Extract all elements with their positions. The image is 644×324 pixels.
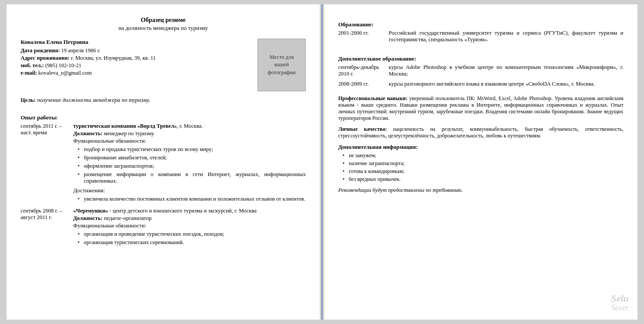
add-edu-dates-2: 2008-2009 гг. xyxy=(338,81,389,87)
personal-info: Ковалева Елена Петровна Дата рождения: 1… xyxy=(21,39,250,77)
pages-wrapper: Образец резюме на должность менеджера по… xyxy=(7,4,637,320)
watermark: Selu Sovet xyxy=(611,293,629,313)
address-line: Адрес проживания: г. Москва, ул. Изумруд… xyxy=(21,55,250,61)
work-entry-2: сентябрь 2008 г. – август 2011 г. «Черем… xyxy=(21,208,306,248)
work-company-1: туристическая компания «Ворлд Тревел», г… xyxy=(73,123,306,130)
achievements-label-1: Достижения: xyxy=(73,187,306,194)
page-subtitle: на должность менеджера по туризму xyxy=(21,25,306,32)
dob-value: 19 апреля 1986 г. xyxy=(61,47,100,54)
goal-label: Цель: получение должности менеджера по т… xyxy=(21,97,306,104)
edu-details-1: Российский государственный университет т… xyxy=(389,30,623,43)
achievement-item: увеличила количество постоянных клиентов… xyxy=(78,196,306,202)
company-name-1: туристическая компания «Ворлд Тревел» xyxy=(73,123,177,129)
duties-list-1: подбор и продажа туристических туров по … xyxy=(73,146,306,184)
work-position-2: Должность: педагог-организатор xyxy=(73,215,306,222)
work-dates-1: сентябрь 2011 г. – наст. время xyxy=(21,123,73,205)
duty-item: размещение информации о компании в сети … xyxy=(78,171,306,184)
work-label: Опыт работы: xyxy=(21,114,306,121)
page-divider xyxy=(322,4,322,320)
email-value: kovaleva_e@gmail.com xyxy=(39,70,92,76)
add-info-item: без вредных привычек. xyxy=(343,176,623,183)
duty-item: подбор и продажа туристических туров по … xyxy=(78,146,306,153)
add-edu-dates-1: сентябрь-декабрь 2010 г. xyxy=(338,64,389,77)
header-block: Ковалева Елена Петровна Дата рождения: 1… xyxy=(21,39,306,91)
skills-label: Профессиональные навыки: xyxy=(338,95,408,101)
email-label: e-mail: xyxy=(21,70,37,76)
watermark-line1: Selu xyxy=(611,293,629,304)
work-details-2: «Черемушки» - центр детского и юношеског… xyxy=(73,208,306,248)
dob-line: Дата рождения: 19 апреля 1986 г. xyxy=(21,47,250,54)
work-position-1: Должность: менеджер по туризму xyxy=(73,130,306,137)
duty-item: оформление загранпаспортов; xyxy=(78,163,306,169)
achievements-list-1: увеличила количество постоянных клиентов… xyxy=(73,196,306,202)
goal-text: получение должности менеджера по туризму… xyxy=(37,97,150,103)
email-line: e-mail: kovaleva_e@gmail.com xyxy=(21,70,250,76)
watermark-line2: Sovet xyxy=(611,304,629,313)
work-dates-2: сентябрь 2008 г. – август 2011 г. xyxy=(21,208,73,248)
add-info-label: Дополнительная информация: xyxy=(338,144,623,151)
add-info-list: не замужем; наличие загранпаспорта; гото… xyxy=(338,152,623,183)
add-info-item: наличие загранпаспорта; xyxy=(343,160,623,167)
phone-line: моб. тел.: (985) 102-10-21 xyxy=(21,62,250,69)
add-info-item: не замужем; xyxy=(343,152,623,159)
duty-item: бронирование авиабилетов, отелей; xyxy=(78,155,306,161)
work-company-2: «Черемушки» - центр детского и юношеског… xyxy=(73,208,306,214)
edu-entry-1: 2001-2006 гг. Российский государственный… xyxy=(338,30,623,43)
add-info-item: готова к командировкам; xyxy=(343,168,623,175)
education-label: Образование: xyxy=(338,21,623,28)
add-edu-entry-2: 2008-2009 гг. курсы разговорного английс… xyxy=(338,81,623,87)
phone-value: (985) 102-10-21 xyxy=(45,62,81,68)
skills-block: Профессиональные навыки: уверенный польз… xyxy=(338,95,623,122)
duty-item: организация и проведение туристических п… xyxy=(78,231,306,238)
work-entry-1: сентябрь 2011 г. – наст. время туристиче… xyxy=(21,123,306,205)
recommendation-text: Рекомендации будут предоставлены по треб… xyxy=(338,187,623,194)
photo-placeholder: Место для вашей фотографии xyxy=(258,39,306,91)
add-info-section: Дополнительная информация: не замужем; н… xyxy=(338,144,623,183)
phone-label: моб. тел.: xyxy=(21,62,44,68)
duty-item: организация туристических соревнований. xyxy=(78,239,306,246)
duties-label-1: Функциональные обязанности: xyxy=(73,138,306,144)
personal-label: Личные качества: xyxy=(338,126,387,132)
add-education-label: Дополнительное образование: xyxy=(338,55,623,62)
add-edu-details-1: курсы Adobe Photoshop в учебном центре п… xyxy=(389,64,623,77)
address-value: г. Москва, ул. Изумрудная, 39, кв. 11 xyxy=(71,55,156,61)
duties-list-2: организация и проведение туристических п… xyxy=(73,231,306,246)
right-page: Образование: 2001-2006 гг. Российский го… xyxy=(324,4,637,320)
add-edu-details-2: курсы разговорного английского языка в я… xyxy=(389,81,623,87)
company-name-2: «Черемушки» xyxy=(73,208,108,214)
work-details-1: туристическая компания «Ворлд Тревел», г… xyxy=(73,123,306,205)
person-name: Ковалева Елена Петровна xyxy=(21,39,250,46)
page-title: Образец резюме xyxy=(21,17,306,24)
personal-qualities-block: Личные качества: нацеленность на результ… xyxy=(338,126,623,139)
address-label: Адрес проживания: xyxy=(21,55,69,61)
duties-label-2: Функциональные обязанности: xyxy=(73,223,306,229)
add-edu-entry-1: сентябрь-декабрь 2010 г. курсы Adobe Pho… xyxy=(338,64,623,77)
left-page: Образец резюме на должность менеджера по… xyxy=(7,4,320,320)
edu-dates-1: 2001-2006 гг. xyxy=(338,30,389,43)
dob-label: Дата рождения: xyxy=(21,47,60,54)
